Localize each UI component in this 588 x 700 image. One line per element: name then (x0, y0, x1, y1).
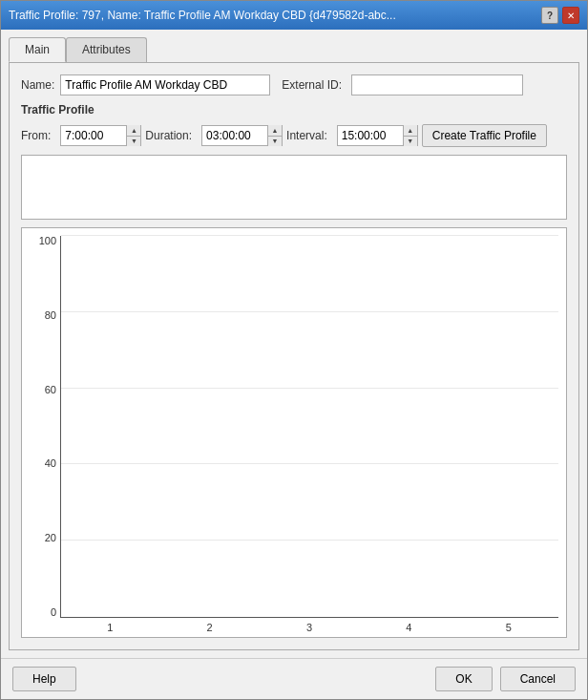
grid-line-5 (61, 235, 558, 236)
name-label: Name: (21, 78, 54, 92)
grid-line-4 (61, 311, 558, 312)
title-bar-controls: ? ✕ (541, 7, 579, 24)
tab-bar: Main Attributes (9, 37, 579, 62)
cancel-button[interactable]: Cancel (500, 667, 576, 691)
interval-input[interactable] (338, 126, 403, 145)
x-label-1: 1 (107, 622, 113, 633)
grid-line-3 (61, 388, 558, 389)
chart-area: 100 80 60 40 20 0 1 (21, 227, 567, 638)
interval-increment-button[interactable]: ▲ (404, 125, 417, 136)
y-label-20: 20 (26, 533, 56, 543)
ok-button[interactable]: OK (435, 667, 492, 691)
from-spinner-buttons: ▲ ▼ (126, 125, 140, 146)
x-label-5: 5 (506, 622, 512, 633)
external-id-input[interactable] (351, 74, 523, 95)
y-label-80: 80 (26, 310, 56, 321)
duration-spinner: ▲ ▼ (201, 125, 283, 146)
y-label-0: 0 (26, 607, 56, 618)
footer-right-buttons: OK Cancel (435, 667, 576, 691)
from-input[interactable] (61, 126, 126, 145)
footer-bar: Help OK Cancel (1, 658, 587, 699)
interval-spinner-buttons: ▲ ▼ (403, 125, 417, 146)
y-label-100: 100 (26, 236, 56, 246)
duration-label: Duration: (145, 129, 192, 142)
duration-increment-button[interactable]: ▲ (268, 125, 282, 136)
window-title: Traffic Profile: 797, Name: Traffic Prof… (9, 9, 541, 22)
y-label-60: 60 (26, 385, 56, 395)
interval-decrement-button[interactable]: ▼ (404, 136, 417, 147)
traffic-text-area[interactable] (21, 155, 567, 220)
tab-attributes[interactable]: Attributes (66, 37, 147, 62)
grid-line-2 (61, 463, 558, 464)
duration-decrement-button[interactable]: ▼ (268, 136, 282, 147)
section-title: Traffic Profile (21, 103, 567, 117)
from-spinner: ▲ ▼ (60, 125, 141, 146)
x-label-2: 2 (207, 622, 213, 633)
interval-label: Interval: (286, 129, 327, 142)
create-traffic-profile-button[interactable]: Create Traffic Profile (422, 124, 547, 147)
tab-content-main: Name: External ID: Traffic Profile From:… (9, 62, 579, 650)
tab-main[interactable]: Main (9, 37, 66, 62)
content-area: Main Attributes Name: External ID: Traff… (1, 30, 587, 658)
grid-line-1 (61, 540, 558, 541)
chart-plot (60, 236, 558, 618)
from-label: From: (21, 129, 51, 142)
duration-spinner-buttons: ▲ ▼ (267, 125, 282, 146)
interval-spinner: ▲ ▼ (337, 125, 418, 146)
x-axis: 1 2 3 4 5 (60, 618, 558, 637)
x-label-4: 4 (406, 622, 411, 633)
external-id-label: External ID: (282, 78, 342, 92)
duration-input[interactable] (202, 126, 267, 145)
title-bar: Traffic Profile: 797, Name: Traffic Prof… (1, 1, 587, 30)
y-axis: 100 80 60 40 20 0 (22, 228, 60, 637)
from-increment-button[interactable]: ▲ (127, 125, 140, 136)
chart-body: 1 2 3 4 5 (60, 228, 566, 637)
help-title-button[interactable]: ? (541, 7, 558, 24)
traffic-controls-row: From: ▲ ▼ Duration: ▲ ▼ Interv (21, 124, 567, 147)
from-decrement-button[interactable]: ▼ (127, 136, 140, 147)
x-label-3: 3 (306, 622, 312, 633)
main-window: Traffic Profile: 797, Name: Traffic Prof… (0, 0, 588, 700)
name-row: Name: External ID: (21, 74, 567, 95)
name-input[interactable] (60, 74, 270, 95)
close-button[interactable]: ✕ (562, 7, 579, 24)
help-button[interactable]: Help (12, 667, 76, 691)
y-label-40: 40 (26, 458, 56, 469)
